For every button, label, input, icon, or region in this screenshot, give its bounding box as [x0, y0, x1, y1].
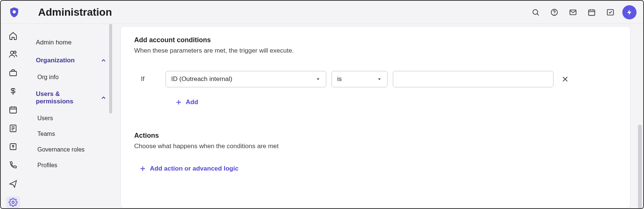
sidebar-item-label: Teams [37, 131, 55, 137]
rail-calendar-icon[interactable] [6, 104, 20, 116]
sidebar-item-org-info[interactable]: Org info [36, 69, 109, 85]
conditions-subheading: When these parameters are met, the trigg… [134, 47, 617, 54]
condition-field-value: ID (Outreach internal) [171, 75, 232, 83]
rail-home-icon[interactable] [6, 30, 20, 42]
caret-down-icon [315, 77, 321, 82]
header-actions [529, 5, 637, 19]
svg-point-9 [14, 51, 16, 53]
sidebar-item-label: Users & permissions [36, 90, 92, 105]
mail-icon[interactable] [566, 6, 580, 19]
sidebar-item-users[interactable]: Users [36, 110, 109, 126]
add-action-button[interactable]: Add action or advanced logic [134, 165, 238, 172]
svg-point-0 [13, 10, 16, 13]
condition-if-label: If [134, 75, 160, 83]
conditions-heading: Add account conditions [134, 36, 617, 44]
rail-phone-icon[interactable] [6, 159, 20, 171]
help-icon[interactable] [548, 6, 561, 19]
main-content: Add account conditions When these parame… [113, 24, 643, 208]
sidebar-item-organization[interactable]: Organization [36, 52, 109, 69]
calendar-icon[interactable] [585, 6, 598, 19]
actions-subheading: Choose what happens when the conditions … [134, 143, 617, 150]
icon-rail [1, 24, 25, 208]
trigger-card: Add account conditions When these parame… [120, 26, 631, 208]
svg-line-2 [537, 14, 539, 15]
rail-settings-icon[interactable] [6, 196, 20, 208]
caret-down-icon [377, 77, 382, 82]
rail-dollar-icon[interactable] [6, 85, 20, 97]
svg-point-4 [554, 13, 555, 14]
sidebar-item-label: Organization [36, 57, 75, 64]
plus-icon [139, 165, 146, 172]
remove-condition-button[interactable] [559, 73, 571, 85]
sidebar: Admin home Organization Org info Users &… [25, 24, 113, 208]
actions-heading: Actions [134, 132, 617, 140]
sidebar-item-label: Admin home [36, 39, 71, 46]
page-title: Administration [38, 6, 529, 18]
condition-value-input[interactable] [393, 71, 554, 87]
rail-people-icon[interactable] [6, 49, 20, 60]
sidebar-item-governance-roles[interactable]: Governance roles [36, 142, 109, 157]
sidebar-item-users-permissions[interactable]: Users & permissions [36, 85, 109, 110]
sidebar-item-label: Governance roles [37, 146, 84, 153]
sidebar-item-admin-home[interactable]: Admin home [36, 34, 109, 52]
sidebar-item-label: Profiles [37, 162, 57, 169]
chevron-up-icon [100, 57, 107, 64]
condition-operator-value: is [337, 75, 342, 83]
search-icon[interactable] [529, 6, 542, 19]
main-scrollbar[interactable] [638, 125, 642, 208]
app-header: Administration [1, 1, 643, 24]
sidebar-item-label: Users [37, 115, 53, 122]
condition-operator-select[interactable]: is [332, 71, 388, 87]
app-logo-icon [8, 6, 20, 18]
add-condition-button[interactable]: Add [134, 98, 198, 107]
plus-icon [175, 99, 182, 106]
svg-point-14 [12, 201, 14, 203]
sidebar-scrollbar[interactable] [109, 24, 112, 113]
condition-field-select[interactable]: ID (Outreach internal) [166, 71, 326, 87]
svg-rect-11 [10, 107, 16, 113]
rail-send-icon[interactable] [6, 178, 20, 190]
sidebar-item-label: Org info [37, 74, 59, 81]
close-icon [561, 75, 569, 83]
add-action-label: Add action or advanced logic [150, 165, 238, 172]
chevron-up-icon [100, 94, 107, 101]
svg-rect-10 [10, 71, 16, 76]
avatar[interactable] [622, 5, 637, 19]
rail-briefcase-icon[interactable] [6, 67, 20, 79]
svg-rect-6 [589, 10, 595, 15]
condition-row: If ID (Outreach internal) is [134, 71, 617, 87]
svg-point-8 [10, 51, 13, 54]
sidebar-item-teams[interactable]: Teams [36, 126, 109, 142]
add-condition-label: Add [186, 99, 198, 106]
rail-upload-icon[interactable] [6, 141, 20, 153]
rail-report-icon[interactable] [6, 122, 20, 134]
svg-point-1 [533, 9, 538, 14]
tasks-icon[interactable] [604, 6, 617, 19]
sidebar-item-profiles[interactable]: Profiles [36, 157, 109, 173]
